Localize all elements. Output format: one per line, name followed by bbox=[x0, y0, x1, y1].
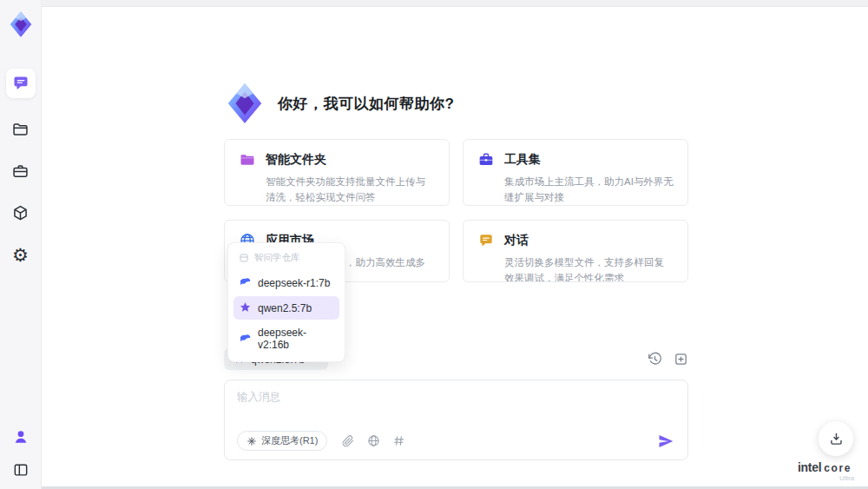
add-square-icon bbox=[674, 352, 688, 367]
app-logo bbox=[7, 10, 35, 39]
indigo-briefcase-icon bbox=[477, 151, 495, 169]
core-product-text: core bbox=[824, 463, 852, 473]
model-option-label: deepseek-v2:16b bbox=[258, 327, 334, 351]
card-smart-folder[interactable]: 智能文件夹 智能文件夹功能支持批量文件上传与清洗，轻松实现文件问答 bbox=[224, 139, 450, 206]
repository-icon bbox=[239, 253, 249, 263]
sidebar-item-models[interactable] bbox=[10, 202, 31, 223]
model-option-label: qwen2.5:7b bbox=[258, 302, 312, 314]
intel-brand-text: intel bbox=[798, 461, 821, 473]
card-title: 对话 bbox=[504, 233, 529, 248]
sidebar-bottom bbox=[10, 414, 31, 480]
card-description: 智能文件夹功能支持批量文件上传与清洗，轻松实现文件问答 bbox=[266, 175, 435, 206]
paperclip-icon bbox=[342, 435, 354, 447]
card-description: 集成市场上主流工具，助力AI与外界无缝扩展与对接 bbox=[504, 175, 674, 206]
model-dropdown-header-label: 智问学仓库 bbox=[254, 252, 300, 264]
folder-icon bbox=[11, 121, 30, 139]
card-toolset[interactable]: 工具集 集成市场上主流工具，助力AI与外界无缝扩展与对接 bbox=[463, 139, 688, 206]
model-option-deepseek-r1[interactable]: deepseek-r1:7b bbox=[233, 271, 339, 294]
send-button[interactable] bbox=[656, 432, 675, 451]
intel-core-badge: intel core Ultra bbox=[792, 461, 858, 482]
greeting: 你好，我可以如何帮助你? bbox=[224, 82, 454, 125]
user-icon bbox=[12, 428, 30, 446]
main-content: 你好，我可以如何帮助你? 智能文件夹 智能文件夹功能支持批量文件上传与清洗，轻松… bbox=[224, 0, 688, 489]
sidebar-item-account[interactable] bbox=[10, 426, 31, 447]
model-option-label: deepseek-r1:7b bbox=[258, 277, 330, 289]
model-option-deepseek-v2[interactable]: deepseek-v2:16b bbox=[233, 321, 339, 356]
card-title: 智能文件夹 bbox=[266, 152, 326, 168]
cube-icon bbox=[11, 204, 30, 222]
hash-icon bbox=[392, 434, 405, 447]
sidebar-item-collapse[interactable] bbox=[10, 459, 31, 480]
briefcase-icon bbox=[11, 162, 30, 181]
side-panel-icon bbox=[12, 461, 30, 479]
sidebar: ⚙ bbox=[0, 0, 42, 489]
new-chat-button[interactable] bbox=[673, 352, 688, 367]
greeting-title: 你好，我可以如何帮助你? bbox=[278, 94, 454, 114]
deepseek-icon bbox=[239, 276, 252, 289]
deep-think-label: 深度思考(R1) bbox=[261, 434, 318, 447]
chat-bubble-icon bbox=[12, 75, 30, 92]
download-icon bbox=[828, 431, 845, 447]
download-button[interactable] bbox=[819, 421, 853, 456]
card-description: 灵活切换多模型文件，支持多样回复效果调试，满足个性化需求 bbox=[504, 255, 674, 282]
attach-file-button[interactable] bbox=[341, 434, 355, 448]
ultra-edition-text: Ultra bbox=[792, 475, 858, 482]
web-search-button[interactable] bbox=[366, 434, 380, 448]
sidebar-item-toolbox[interactable] bbox=[10, 161, 31, 182]
chat-utilities bbox=[647, 352, 688, 367]
model-option-qwen[interactable]: qwen2.5:7b bbox=[233, 296, 339, 320]
model-dropdown: 智问学仓库 deepseek-r1:7b qwen2.5:7b bbox=[227, 242, 345, 362]
send-icon bbox=[657, 433, 674, 450]
purple-folder-icon bbox=[239, 151, 256, 169]
deep-think-toggle[interactable]: 深度思考(R1) bbox=[237, 431, 327, 451]
qwen-icon bbox=[239, 301, 252, 314]
card-dialogue[interactable]: 对话 灵活切换多模型文件，支持多样回复效果调试，满足个性化需求 bbox=[463, 220, 688, 282]
sidebar-item-files[interactable] bbox=[10, 119, 31, 140]
sidebar-item-settings[interactable]: ⚙ bbox=[10, 244, 31, 265]
history-icon bbox=[648, 352, 662, 367]
card-title: 工具集 bbox=[504, 152, 541, 168]
history-button[interactable] bbox=[647, 352, 662, 367]
deepseek-icon bbox=[239, 333, 252, 346]
prompt-template-button[interactable] bbox=[391, 434, 405, 448]
message-input[interactable] bbox=[225, 380, 687, 419]
model-dropdown-header: 智问学仓库 bbox=[233, 248, 339, 269]
composer: 深度思考(R1) bbox=[224, 380, 688, 460]
globe-small-icon bbox=[367, 434, 380, 447]
gold-chat-icon bbox=[477, 232, 495, 249]
attachment-tools bbox=[341, 434, 405, 448]
deep-think-icon bbox=[247, 436, 257, 446]
sidebar-item-chat[interactable] bbox=[6, 69, 36, 98]
composer-toolbar: 深度思考(R1) bbox=[237, 431, 675, 451]
gear-icon: ⚙ bbox=[12, 246, 29, 264]
app-logo-large bbox=[224, 82, 266, 125]
